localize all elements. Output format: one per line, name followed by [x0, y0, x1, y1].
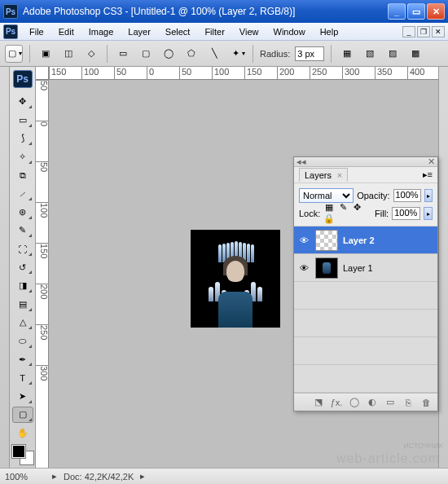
toolbox-logo-icon: Ps: [13, 70, 33, 88]
link-icon[interactable]: ⬔: [312, 397, 325, 407]
fg-color-icon[interactable]: [12, 445, 25, 458]
layer-row[interactable]: 👁 Layer 2: [294, 227, 437, 254]
zoom-field[interactable]: 100%: [5, 472, 46, 482]
doc-close-button[interactable]: ✕: [432, 26, 445, 37]
mode-add-icon[interactable]: ▧: [361, 45, 379, 63]
layer-thumb-icon[interactable]: [315, 230, 338, 251]
minimize-button[interactable]: _: [388, 3, 406, 20]
path-select-tool[interactable]: ➤: [12, 388, 33, 405]
type-tool[interactable]: T: [12, 369, 33, 386]
visibility-icon[interactable]: 👁: [297, 262, 310, 275]
canvas-image: [199, 238, 272, 328]
fill-pixels-icon[interactable]: ◇: [82, 45, 100, 63]
blend-mode-select[interactable]: Normal: [299, 188, 354, 203]
rounded-rectangle-icon[interactable]: ▢: [137, 45, 155, 63]
layers-tab-label: Layers: [305, 170, 332, 180]
layer-thumb-icon[interactable]: [315, 257, 338, 279]
lock-label: Lock:: [299, 209, 320, 218]
blur-tool[interactable]: △: [12, 315, 33, 332]
shape-tool[interactable]: ▢: [12, 407, 33, 424]
adjust-icon[interactable]: ◐: [366, 397, 379, 407]
lock-pixels-icon[interactable]: ✎: [337, 202, 349, 213]
ruler-horizontal[interactable]: 15010050050100150200250300350400: [49, 67, 438, 80]
marquee-tool[interactable]: ▭: [12, 112, 33, 129]
lock-position-icon[interactable]: ✥: [351, 202, 362, 213]
layer-row[interactable]: 👁 Layer 1: [294, 254, 437, 282]
mode-intersect-icon[interactable]: ▩: [406, 45, 424, 63]
color-swatch[interactable]: [12, 445, 33, 464]
menu-window[interactable]: Window: [267, 25, 312, 38]
close-button[interactable]: ✕: [427, 3, 445, 20]
layers-tab[interactable]: Layers ×: [299, 168, 348, 182]
doc-info-arrow-icon[interactable]: ▸: [140, 471, 145, 482]
opacity-arrow-icon[interactable]: ▸: [424, 189, 433, 202]
opacity-input[interactable]: 100%: [393, 189, 421, 202]
eraser-tool[interactable]: ◨: [12, 277, 33, 294]
hand-tool[interactable]: ✋: [12, 425, 33, 442]
opacity-label: Opacity:: [357, 191, 389, 200]
panel-menu-icon[interactable]: ▸≡: [423, 169, 433, 180]
shape-tool-preset[interactable]: ▢: [5, 45, 23, 63]
layer-name-label: Layer 1: [343, 263, 373, 273]
ruler-vertical[interactable]: 50050100150200250300: [36, 80, 49, 468]
layers-panel[interactable]: ◂◂ ✕ Layers × ▸≡ Normal Opacity: 100% ▸ …: [293, 156, 438, 411]
custom-shape-icon[interactable]: ✦: [228, 45, 246, 63]
mode-subtract-icon[interactable]: ▨: [384, 45, 402, 63]
maximize-button[interactable]: ▭: [407, 3, 425, 20]
heal-tool[interactable]: ⊛: [12, 204, 33, 221]
fill-label: Fill:: [375, 209, 389, 218]
visibility-icon[interactable]: 👁: [297, 234, 310, 247]
stamp-tool[interactable]: ⛶: [12, 240, 33, 257]
menu-edit[interactable]: Edit: [52, 25, 81, 38]
crop-tool[interactable]: ⧉: [12, 167, 33, 184]
panel-close-icon[interactable]: ✕: [428, 156, 435, 167]
mode-create-icon[interactable]: ▦: [338, 45, 356, 63]
menu-file[interactable]: File: [23, 25, 51, 38]
shape-layers-icon[interactable]: ▣: [37, 45, 55, 63]
rectangle-icon[interactable]: ▭: [114, 45, 132, 63]
right-palette-well[interactable]: [438, 67, 448, 468]
doc-minimize-button[interactable]: _: [402, 26, 415, 37]
polygon-icon[interactable]: ⬠: [182, 45, 200, 63]
pen-tool[interactable]: ✒: [12, 351, 33, 368]
ellipse-icon[interactable]: ◯: [160, 45, 178, 63]
lasso-tool[interactable]: ⟆: [12, 130, 33, 147]
menu-image[interactable]: Image: [82, 25, 121, 38]
lock-transparent-icon[interactable]: ▦: [323, 202, 335, 213]
mask-icon[interactable]: ◯: [348, 397, 361, 407]
slice-tool[interactable]: ⟋: [12, 185, 33, 202]
fx-icon[interactable]: ƒx.: [330, 398, 343, 407]
brush-tool[interactable]: ✎: [12, 222, 33, 240]
layer-name-label: Layer 2: [343, 235, 375, 245]
app-icon: Ps: [3, 4, 18, 19]
trash-icon[interactable]: 🗑: [419, 398, 433, 407]
lock-all-icon[interactable]: 🔒: [323, 213, 335, 225]
menu-view[interactable]: View: [233, 25, 266, 38]
tab-close-icon[interactable]: ×: [337, 170, 342, 180]
new-layer-icon[interactable]: ⎘: [402, 398, 415, 407]
menu-filter[interactable]: Filter: [198, 25, 231, 38]
doc-info: Doc: 42,2K/42,2K: [64, 472, 134, 482]
fill-arrow-icon[interactable]: ▸: [424, 207, 433, 220]
menu-select[interactable]: Select: [159, 25, 197, 38]
canvas[interactable]: [191, 230, 280, 328]
ruler-origin[interactable]: [36, 67, 49, 80]
fill-input[interactable]: 100%: [392, 207, 420, 220]
paths-icon[interactable]: ◫: [59, 45, 77, 63]
panel-collapse-icon[interactable]: ◂◂: [296, 156, 306, 167]
group-icon[interactable]: ▭: [384, 397, 397, 407]
doc-restore-button[interactable]: ❐: [417, 26, 430, 37]
menu-layer[interactable]: Layer: [121, 25, 157, 38]
move-tool[interactable]: ✥: [12, 93, 33, 110]
menu-help[interactable]: Help: [314, 25, 345, 38]
zoom-arrow-icon[interactable]: ▸: [52, 471, 57, 482]
line-icon[interactable]: ╲: [205, 45, 223, 63]
wand-tool[interactable]: ✧: [12, 148, 33, 165]
dodge-tool[interactable]: ⬭: [12, 332, 33, 350]
radius-input[interactable]: [295, 46, 324, 61]
gradient-tool[interactable]: ▤: [12, 296, 33, 313]
ps-badge-icon: Ps: [3, 24, 18, 39]
left-palette-well[interactable]: [0, 67, 10, 468]
history-brush-tool[interactable]: ↺: [12, 259, 33, 276]
window-title: Adobe Photoshop CS3 - [Untitled-1 @ 100%…: [23, 6, 388, 17]
